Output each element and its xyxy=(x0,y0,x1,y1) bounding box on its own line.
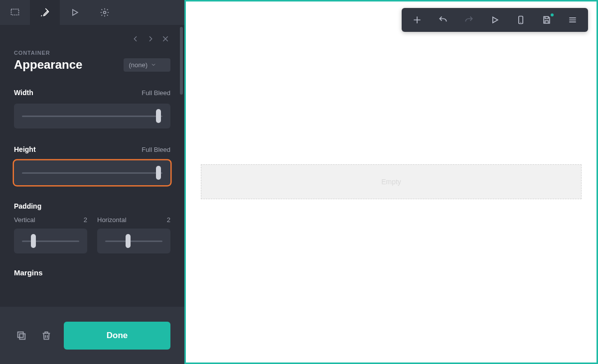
gear-icon xyxy=(100,7,110,17)
svg-rect-2 xyxy=(18,332,23,337)
padding-horizontal-thumb[interactable] xyxy=(126,234,131,248)
undo-icon xyxy=(438,15,448,25)
chevron-left-icon xyxy=(132,35,140,43)
panel-close-button[interactable] xyxy=(160,34,170,44)
duplicate-icon xyxy=(16,330,27,341)
padding-horizontal-slider[interactable] xyxy=(97,229,170,253)
panel-eyebrow: CONTAINER xyxy=(14,50,170,56)
height-slider-thumb[interactable] xyxy=(156,166,161,180)
margins-label: Margins xyxy=(14,268,170,277)
svg-point-5 xyxy=(520,22,521,23)
toolbar-menu-button[interactable] xyxy=(560,8,585,32)
toolbar-redo-button xyxy=(456,8,481,32)
prop-height: Height Full Bleed xyxy=(14,145,170,185)
chevron-right-icon xyxy=(147,35,154,43)
floating-toolbar xyxy=(402,8,588,32)
width-slider[interactable] xyxy=(14,104,170,128)
width-value: Full Bleed xyxy=(142,89,170,97)
toolbar-play-button[interactable] xyxy=(482,8,507,32)
toolbar-undo-button[interactable] xyxy=(431,8,455,32)
inspector-sidebar: CONTAINER Appearance (none) Width Full B… xyxy=(0,0,184,364)
device-icon xyxy=(516,15,526,25)
padding-vertical-slider[interactable] xyxy=(14,229,87,253)
padding-horizontal-label: Horizontal xyxy=(97,216,127,224)
chevron-down-icon xyxy=(150,62,156,68)
inspector-footer: Done xyxy=(0,307,184,364)
preset-select-label: (none) xyxy=(129,61,148,69)
toolbar-add-button[interactable] xyxy=(405,8,430,32)
prop-padding: Padding Vertical 2 Ho xyxy=(14,202,170,253)
play-icon xyxy=(70,7,80,17)
done-button[interactable]: Done xyxy=(64,322,170,350)
prop-width: Width Full Bleed xyxy=(14,89,170,128)
toolbar-save-button[interactable] xyxy=(534,8,559,32)
padding-vertical-label: Vertical xyxy=(14,216,35,224)
width-slider-track xyxy=(22,116,162,117)
svg-rect-3 xyxy=(19,334,25,339)
toolbar-device-button[interactable] xyxy=(508,8,533,32)
height-slider-track xyxy=(22,172,162,174)
duplicate-button[interactable] xyxy=(14,328,29,343)
hamburger-icon xyxy=(568,15,578,25)
empty-slot-label: Empty xyxy=(381,178,401,186)
panel-forward-button[interactable] xyxy=(146,34,155,44)
tab-settings[interactable] xyxy=(90,0,120,25)
sidebar-tab-strip xyxy=(0,0,184,25)
padding-vertical: Vertical 2 xyxy=(14,216,87,253)
close-icon xyxy=(161,35,169,43)
panel-nav xyxy=(14,34,170,44)
tab-actions[interactable] xyxy=(60,0,90,25)
tab-select[interactable] xyxy=(0,0,30,25)
padding-label: Padding xyxy=(14,202,170,210)
padding-vertical-value: 2 xyxy=(84,216,87,224)
canvas-frame: Empty xyxy=(184,0,598,364)
panel-back-button[interactable] xyxy=(131,34,141,44)
brush-icon xyxy=(40,7,50,17)
play-icon xyxy=(490,15,500,25)
height-slider[interactable] xyxy=(14,160,170,185)
svg-rect-0 xyxy=(11,9,19,15)
unsaved-indicator xyxy=(551,13,554,16)
save-icon xyxy=(542,15,552,25)
selection-icon xyxy=(10,7,20,17)
tab-style[interactable] xyxy=(30,0,60,25)
delete-button[interactable] xyxy=(39,328,54,343)
inspector-body: CONTAINER Appearance (none) Width Full B… xyxy=(0,25,184,307)
redo-icon xyxy=(464,15,474,25)
empty-container-slot[interactable]: Empty xyxy=(201,164,582,199)
width-slider-thumb[interactable] xyxy=(156,109,161,123)
padding-horizontal-value: 2 xyxy=(167,216,170,224)
plus-icon xyxy=(412,15,422,25)
preset-select[interactable]: (none) xyxy=(124,58,170,72)
height-label: Height xyxy=(14,145,36,153)
panel-title: Appearance xyxy=(14,58,82,72)
svg-point-1 xyxy=(104,11,106,14)
width-label: Width xyxy=(14,89,33,97)
padding-vertical-thumb[interactable] xyxy=(31,234,36,248)
padding-horizontal: Horizontal 2 xyxy=(97,216,170,253)
height-value: Full Bleed xyxy=(142,146,170,153)
trash-icon xyxy=(41,330,52,341)
